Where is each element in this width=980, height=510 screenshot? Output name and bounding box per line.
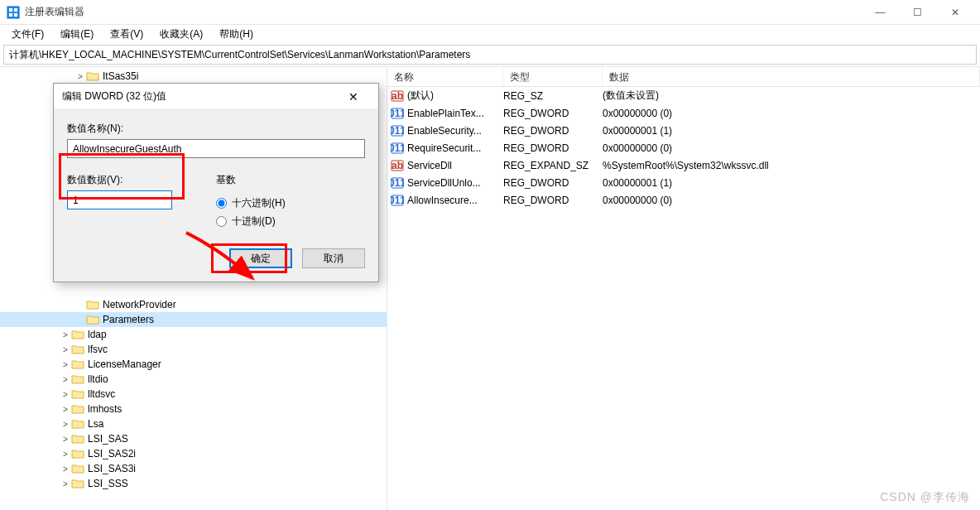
address-text: 计算机\HKEY_LOCAL_MACHINE\SYSTEM\CurrentCon… xyxy=(9,48,470,62)
list-row[interactable]: 011EnablePlainTex...REG_DWORD0x00000000 … xyxy=(387,104,980,122)
app-icon xyxy=(7,6,20,19)
folder-icon xyxy=(71,373,84,385)
tree-item-label: NetworkProvider xyxy=(103,299,176,310)
expand-icon[interactable]: > xyxy=(60,388,71,400)
menu-edit[interactable]: 编辑(E) xyxy=(54,26,100,43)
radix-dec-radio[interactable] xyxy=(216,216,227,227)
svg-text:011: 011 xyxy=(391,177,404,189)
radix-hex-option[interactable]: 十六进制(H) xyxy=(216,194,286,212)
expand-icon[interactable]: > xyxy=(60,358,71,370)
cell-data: (数值未设置) xyxy=(603,89,980,103)
folder-icon xyxy=(71,344,84,355)
radix-dec-option[interactable]: 十进制(D) xyxy=(216,212,286,230)
string-value-icon: ab xyxy=(391,159,404,172)
svg-text:ab: ab xyxy=(392,160,403,171)
cell-name: EnablePlainTex... xyxy=(407,108,503,119)
folder-icon xyxy=(86,314,99,325)
cell-data: 0x00000000 (0) xyxy=(603,142,980,154)
cell-type: REG_DWORD xyxy=(503,142,603,154)
tree-item-label: LSI_SAS3i xyxy=(88,463,136,474)
svg-rect-2 xyxy=(14,8,17,12)
tree-item[interactable]: >LSI_SSS xyxy=(0,476,387,491)
menubar: 文件(F) 编辑(E) 查看(V) 收藏夹(A) 帮助(H) xyxy=(0,25,980,43)
radix-group: 基数 十六进制(H) 十进制(D) xyxy=(216,173,286,230)
tree-item[interactable]: >ldap xyxy=(0,327,387,342)
svg-text:011: 011 xyxy=(391,108,404,119)
close-button[interactable]: ✕ xyxy=(936,0,973,24)
maximize-button[interactable]: ☐ xyxy=(899,0,936,24)
expand-icon[interactable]: > xyxy=(60,463,71,474)
list-header: 名称 类型 数据 xyxy=(387,67,980,87)
expand-icon[interactable]: > xyxy=(60,418,71,430)
tree-item[interactable]: >ItSas35i xyxy=(0,69,387,84)
menu-view[interactable]: 查看(V) xyxy=(103,26,150,43)
dialog-titlebar[interactable]: 编辑 DWORD (32 位)值 ✕ xyxy=(54,84,378,110)
dword-value-icon: 011 xyxy=(391,142,404,155)
tree-item[interactable]: NetworkProvider xyxy=(0,297,387,312)
expand-icon xyxy=(74,314,86,325)
list-row[interactable]: 011EnableSecurity...REG_DWORD0x00000001 … xyxy=(387,122,980,139)
expand-icon[interactable]: > xyxy=(60,433,71,445)
list-pane[interactable]: 名称 类型 数据 ab(默认)REG_SZ(数值未设置)011EnablePla… xyxy=(387,67,980,510)
tree-item[interactable]: >lfsvc xyxy=(0,342,387,357)
radix-label: 基数 xyxy=(216,173,286,187)
tree-item-label: Parameters xyxy=(103,314,154,325)
cell-data: 0x00000000 (0) xyxy=(603,108,980,119)
dialog-close-button[interactable]: ✕ xyxy=(337,84,370,109)
col-header-name[interactable]: 名称 xyxy=(387,67,503,86)
radix-hex-radio[interactable] xyxy=(216,198,227,209)
expand-icon[interactable]: > xyxy=(60,478,71,489)
col-header-type[interactable]: 类型 xyxy=(503,67,603,86)
cell-type: REG_DWORD xyxy=(503,108,603,119)
list-row[interactable]: 011AllowInsecure...REG_DWORD0x00000000 (… xyxy=(387,191,980,209)
ok-button[interactable]: 确定 xyxy=(229,248,292,268)
menu-favorites[interactable]: 收藏夹(A) xyxy=(153,26,209,43)
tree-item[interactable]: >lmhosts xyxy=(0,402,387,416)
cell-name: RequireSecurit... xyxy=(407,142,503,154)
expand-icon[interactable]: > xyxy=(60,403,71,415)
list-row[interactable]: abServiceDllREG_EXPAND_SZ%SystemRoot%\Sy… xyxy=(387,156,980,174)
folder-icon xyxy=(71,463,84,474)
list-row[interactable]: ab(默认)REG_SZ(数值未设置) xyxy=(387,87,980,104)
expand-icon[interactable]: > xyxy=(60,373,71,385)
cancel-button[interactable]: 取消 xyxy=(302,248,365,268)
col-header-data[interactable]: 数据 xyxy=(603,67,980,86)
expand-icon[interactable]: > xyxy=(60,329,71,340)
cell-type: REG_DWORD xyxy=(503,177,603,189)
address-bar[interactable]: 计算机\HKEY_LOCAL_MACHINE\SYSTEM\CurrentCon… xyxy=(3,45,977,65)
tree-item-label: ldap xyxy=(88,329,107,340)
value-data-input[interactable] xyxy=(67,190,172,209)
cell-type: REG_DWORD xyxy=(503,125,603,137)
tree-item-label: lfsvc xyxy=(88,344,108,355)
minimize-button[interactable]: — xyxy=(862,0,899,24)
tree-item[interactable]: >LSI_SAS3i xyxy=(0,461,387,476)
folder-icon xyxy=(71,358,84,370)
expand-icon[interactable]: > xyxy=(74,70,86,82)
expand-icon[interactable]: > xyxy=(60,448,71,459)
value-name-input[interactable] xyxy=(67,139,365,158)
edit-dword-dialog: 编辑 DWORD (32 位)值 ✕ 数值名称(N): 数值数据(V): 基数 … xyxy=(53,83,379,282)
tree-item-label: LSI_SAS xyxy=(88,433,128,445)
expand-icon[interactable]: > xyxy=(60,344,71,355)
tree-item[interactable]: >lltdio xyxy=(0,372,387,387)
cell-type: REG_SZ xyxy=(503,90,603,102)
tree-item[interactable]: Parameters xyxy=(0,312,387,327)
tree-item[interactable]: >LSI_SAS xyxy=(0,431,387,446)
folder-icon xyxy=(71,448,84,459)
list-row[interactable]: 011RequireSecurit...REG_DWORD0x00000000 … xyxy=(387,139,980,156)
menu-file[interactable]: 文件(F) xyxy=(5,26,50,43)
tree-item-label: lltdsvc xyxy=(88,388,115,400)
list-row[interactable]: 011ServiceDllUnlo...REG_DWORD0x00000001 … xyxy=(387,174,980,191)
cell-name: ServiceDll xyxy=(407,160,503,171)
expand-icon xyxy=(74,299,86,310)
tree-item-label: Lsa xyxy=(88,418,103,430)
menu-help[interactable]: 帮助(H) xyxy=(213,26,260,43)
tree-item[interactable]: >lltdsvc xyxy=(0,387,387,402)
tree-item[interactable]: >LSI_SAS2i xyxy=(0,446,387,461)
tree-item[interactable]: >LicenseManager xyxy=(0,357,387,372)
svg-text:011: 011 xyxy=(391,125,404,137)
svg-rect-4 xyxy=(14,13,17,17)
dword-value-icon: 011 xyxy=(391,107,404,120)
tree-item[interactable]: >Lsa xyxy=(0,416,387,431)
window-controls: — ☐ ✕ xyxy=(862,0,973,24)
